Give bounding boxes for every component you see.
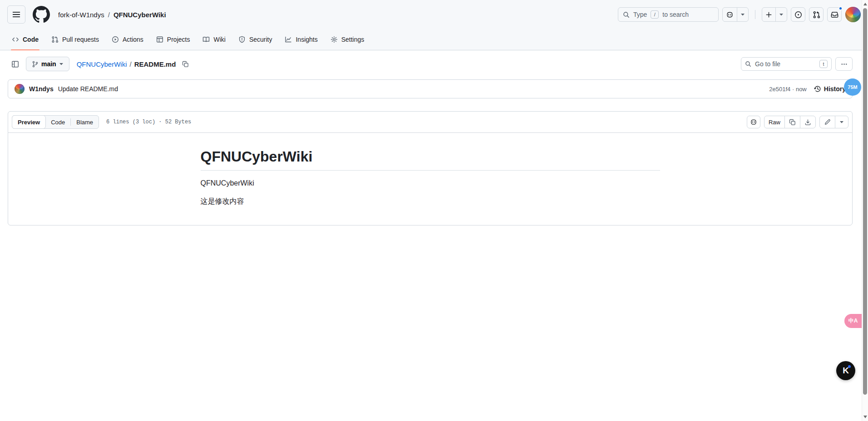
tab-insights[interactable]: Insights: [280, 29, 322, 50]
go-to-file-input[interactable]: Go to file t: [741, 57, 832, 71]
readme-heading: QFNUCyberWiki: [201, 147, 660, 171]
tab-code[interactable]: Code: [7, 29, 43, 50]
user-avatar[interactable]: [845, 7, 861, 22]
tab-label: Code: [23, 36, 39, 43]
commit-author-name[interactable]: W1ndys: [29, 85, 54, 93]
tab-label: Insights: [296, 36, 317, 43]
tab-label: Projects: [167, 36, 190, 43]
pull-request-icon: [813, 11, 820, 19]
breadcrumb-owner-link[interactable]: fork-of-W1ndys: [58, 11, 104, 19]
tab-settings[interactable]: Settings: [326, 29, 369, 50]
tab-blame[interactable]: Blame: [71, 116, 99, 128]
repo-nav: Code Pull requests Actions Projects Wiki…: [0, 29, 868, 50]
tab-label: Security: [249, 36, 272, 43]
copy-file-button[interactable]: [784, 116, 800, 128]
copilot-button[interactable]: [723, 8, 737, 21]
file-meta-text: 6 lines (3 loc) · 52 Bytes: [106, 119, 191, 125]
breadcrumb-separator: /: [108, 11, 110, 19]
hamburger-button[interactable]: [7, 5, 25, 24]
scrollbar-thumb[interactable]: [863, 8, 867, 395]
pull-requests-button[interactable]: [809, 7, 824, 22]
copilot-icon: [726, 11, 734, 19]
breadcrumb-repo-link[interactable]: QFNUCyberWiki: [113, 11, 166, 19]
search-key-hint: /: [651, 10, 659, 19]
download-icon: [804, 119, 811, 126]
active-tab-underline: [11, 49, 39, 50]
go-to-file-key-hint: t: [819, 60, 828, 68]
scrollbar-down-arrow[interactable]: [862, 414, 868, 420]
copy-path-button[interactable]: [179, 58, 191, 70]
tab-actions[interactable]: Actions: [107, 29, 148, 50]
readme-preview: QFNUCyberWiki QFNUCyberWiki 这是修改内容: [8, 133, 852, 225]
github-logo[interactable]: [33, 6, 50, 23]
history-clock-icon: [814, 85, 821, 93]
graph-icon: [285, 36, 292, 43]
file-breadcrumb-filename: README.md: [134, 60, 176, 68]
search-icon: [623, 11, 630, 18]
commit-hash: 2e501f4: [769, 86, 790, 93]
commit-message[interactable]: Update README.md: [58, 85, 118, 93]
file-content-box: Preview Code Blame 6 lines (3 loc) · 52 …: [8, 111, 853, 225]
kebab-icon: [841, 61, 848, 68]
search-icon: [745, 61, 751, 67]
tab-pull-requests[interactable]: Pull requests: [47, 29, 104, 50]
caret-down-icon: [839, 120, 844, 124]
tab-code-view[interactable]: Code: [45, 116, 70, 128]
go-to-file-placeholder: Go to file: [755, 60, 816, 68]
tab-preview[interactable]: Preview: [12, 115, 46, 129]
file-breadcrumb: QFNUCyberWiki / README.md: [77, 60, 176, 68]
hamburger-icon: [12, 10, 20, 19]
github-repo-file-page: fork-of-W1ndys / QFNUCyberWiki Type / to…: [0, 0, 868, 421]
readme-paragraph-1: QFNUCyberWiki: [201, 178, 660, 189]
tab-security[interactable]: Security: [234, 29, 277, 50]
history-label: History: [824, 85, 846, 93]
create-new-button[interactable]: [762, 8, 775, 21]
tab-label: Settings: [341, 36, 365, 43]
file-toolbar: Preview Code Blame 6 lines (3 loc) · 52 …: [8, 112, 852, 133]
copilot-dropdown-button[interactable]: [737, 8, 748, 21]
file-toolbar-right: Raw: [747, 116, 848, 128]
tab-label: Actions: [123, 36, 143, 43]
copilot-file-button[interactable]: [747, 116, 760, 128]
commit-time: now: [796, 86, 807, 93]
shield-icon: [238, 36, 246, 43]
markdown-article: QFNUCyberWiki QFNUCyberWiki 这是修改内容: [201, 147, 660, 207]
file-breadcrumb-repo-link[interactable]: QFNUCyberWiki: [77, 60, 127, 68]
tab-wiki[interactable]: Wiki: [198, 29, 230, 50]
global-search-input[interactable]: Type / to search: [618, 7, 719, 22]
translate-widget-button[interactable]: 中A: [844, 314, 862, 328]
file-tree-toggle-button[interactable]: [8, 57, 22, 71]
tab-projects[interactable]: Projects: [152, 29, 195, 50]
file-header-overflow-button[interactable]: [835, 57, 853, 71]
history-link[interactable]: History: [814, 85, 846, 93]
extension-badge-75m[interactable]: 75M: [844, 78, 861, 96]
sidebar-toggle-icon: [11, 60, 19, 68]
vertical-scrollbar[interactable]: [862, 0, 868, 421]
edit-dropdown-button[interactable]: [835, 116, 848, 128]
search-placeholder-post: to search: [662, 11, 689, 18]
k-floating-widget-button[interactable]: K: [836, 361, 855, 380]
raw-button[interactable]: Raw: [764, 116, 784, 128]
raw-copy-download-group: Raw: [764, 116, 816, 128]
copilot-icon: [750, 118, 757, 126]
issues-button[interactable]: [791, 7, 805, 22]
plus-icon: [765, 11, 772, 18]
download-button[interactable]: [800, 116, 815, 128]
file-breadcrumb-separator: /: [130, 60, 132, 68]
commit-bar-right: 2e501f4 · now History: [769, 85, 846, 93]
caret-down-icon: [740, 13, 745, 16]
caret-down-icon: [779, 13, 784, 16]
k-widget-dot: [848, 365, 851, 368]
create-new-dropdown-button[interactable]: [775, 8, 787, 21]
play-icon: [112, 36, 119, 43]
edit-split-group: [819, 116, 848, 128]
inbox-button[interactable]: [827, 7, 842, 22]
edit-file-button[interactable]: [820, 116, 835, 128]
commit-hash-and-time[interactable]: 2e501f4 · now: [769, 86, 806, 93]
header-breadcrumb: fork-of-W1ndys / QFNUCyberWiki: [58, 11, 166, 19]
commit-dot: ·: [792, 86, 794, 93]
inbox-icon: [831, 11, 838, 19]
branch-selector-button[interactable]: main: [26, 57, 69, 71]
commit-author-avatar[interactable]: [15, 84, 25, 94]
scrollbar-up-arrow[interactable]: [862, 1, 868, 7]
